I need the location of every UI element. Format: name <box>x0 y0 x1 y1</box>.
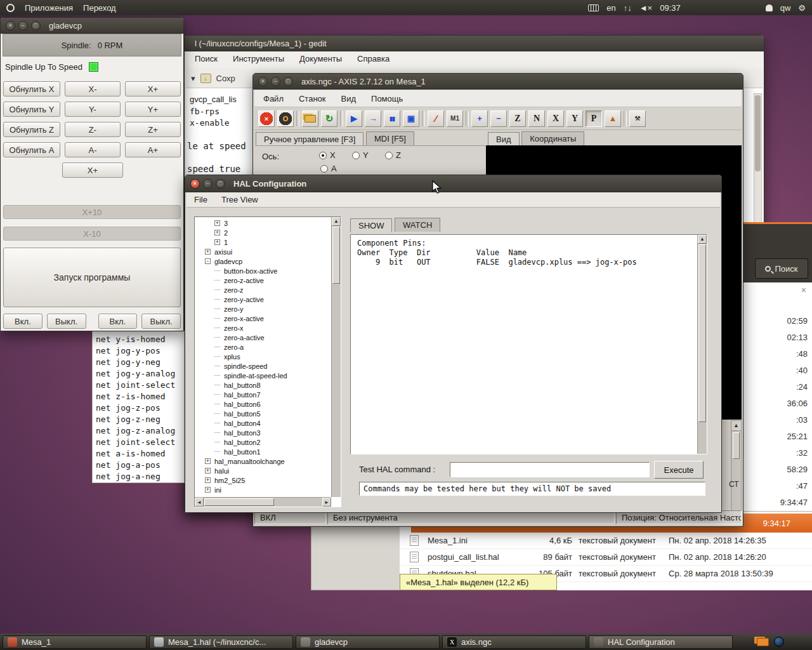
tree-expand-icon[interactable] <box>205 249 211 255</box>
tree-expand-icon[interactable] <box>214 270 220 271</box>
jog-x-minus-button[interactable]: X- <box>65 81 121 96</box>
jog-z-minus-button[interactable]: Z- <box>65 122 121 137</box>
maximize-button[interactable]: □ <box>216 179 225 189</box>
hal-tree-item[interactable]: xplus <box>195 352 331 361</box>
save-icon[interactable]: ↓ <box>200 74 211 83</box>
zero-z-button[interactable]: Обнулить Z <box>3 122 60 137</box>
tree-expand-icon[interactable] <box>205 468 211 474</box>
hal-tree-item[interactable]: halui <box>195 466 331 475</box>
pause-button[interactable]: ▮▮ <box>384 110 400 127</box>
view-z-button[interactable]: Z <box>509 110 526 127</box>
zoom-out-button[interactable]: − <box>490 110 507 127</box>
tree-expand-icon[interactable] <box>214 413 220 414</box>
hal-tree-item[interactable]: ini <box>195 485 331 494</box>
hal-show-output[interactable]: Component Pins:Owner Type Dir Value Name… <box>350 234 707 454</box>
off-button-2[interactable]: Выкл. <box>141 314 181 329</box>
jog-y-plus-button[interactable]: Y+ <box>125 102 181 117</box>
gedit-menu-documents[interactable]: Документы <box>298 53 343 65</box>
reload-file-button[interactable]: ↻ <box>321 110 337 127</box>
username[interactable]: qw <box>780 3 791 13</box>
tab-watch[interactable]: WATCH <box>395 218 440 232</box>
tree-expand-icon[interactable] <box>214 318 220 319</box>
view-z-rot-button[interactable]: N <box>528 110 545 127</box>
hal-tree-item[interactable]: zero-y-active <box>195 295 331 304</box>
maximize-button[interactable]: □ <box>284 77 293 86</box>
tree-expand-icon[interactable] <box>214 347 220 347</box>
tree-horizontal-scrollbar[interactable]: ◄ ► <box>195 497 331 507</box>
clear-plot-button[interactable]: ⚒ <box>629 110 646 127</box>
run-program-button[interactable]: ▶ <box>346 110 362 127</box>
tree-expand-icon[interactable] <box>214 337 220 338</box>
places-menu[interactable]: Переход <box>83 3 116 13</box>
file-row[interactable]: Mesa_1.ini 4,6 кБ текстовый документ Пн.… <box>400 533 812 549</box>
close-button[interactable]: × <box>6 21 15 30</box>
tree-expand-icon[interactable] <box>214 451 220 452</box>
tree-expand-icon[interactable] <box>214 280 220 281</box>
view-y-button[interactable]: Y <box>566 110 583 127</box>
hal-tree-item[interactable]: gladevcp <box>195 256 331 266</box>
skip-lines-toggle[interactable]: ∕ <box>428 110 444 127</box>
taskbar-gedit[interactable]: Mesa_1.hal (~/linuxcnc/c... <box>149 635 293 649</box>
keyboard-layout-indicator[interactable]: en <box>606 3 615 13</box>
close-icon[interactable]: × <box>801 285 806 295</box>
taskbar-halconfig[interactable]: HAL Configuration <box>589 635 733 649</box>
jog-increment-plus10[interactable]: X+10 <box>3 205 181 219</box>
taskbar-mesa1[interactable]: Mesa_1 <box>3 635 147 649</box>
axis-scrollbar[interactable]: ▲ <box>731 420 742 511</box>
radio-axis-y[interactable]: Y <box>352 150 369 160</box>
hal-file-text[interactable]: net y-is-homednet jog-y-posnet jog-y-neg… <box>92 331 185 483</box>
hal-tree-item[interactable]: zero-z-active <box>195 275 331 285</box>
scroll-left-icon[interactable]: ◄ <box>195 498 204 507</box>
tree-expand-icon[interactable] <box>205 477 211 483</box>
hal-tree-item[interactable]: zero-z <box>195 285 331 295</box>
ubuntu-logo-icon[interactable] <box>6 4 15 12</box>
tree-expand-icon[interactable] <box>214 230 220 235</box>
hal-tree-item[interactable]: hal_button3 <box>195 428 331 437</box>
hal-tree-item[interactable]: axisui <box>195 247 331 256</box>
hal-tree-item[interactable]: zero-x <box>195 323 331 333</box>
toolbar-separator[interactable] <box>340 111 343 126</box>
tree-expand-icon[interactable] <box>214 385 220 385</box>
hal-tree-item[interactable]: hal_button5 <box>195 409 331 418</box>
maximize-button[interactable]: □ <box>31 21 41 30</box>
chevron-down-icon[interactable]: ▾ <box>191 74 195 83</box>
hal-tree-item[interactable]: iocontrol <box>195 494 331 496</box>
tray-app-icon[interactable] <box>774 637 784 647</box>
axis-menu-view[interactable]: Вид <box>340 93 358 105</box>
save-button[interactable]: Сохр <box>216 74 235 83</box>
scroll-up-icon[interactable]: ▲ <box>731 421 741 431</box>
hal-titlebar[interactable]: × − □ HAL Configuration <box>185 175 721 192</box>
hal-tree-item[interactable]: hal_button6 <box>195 399 331 409</box>
tree-vertical-scrollbar[interactable]: ▲ <box>331 217 341 497</box>
hal-menu-treeview[interactable]: Tree View <box>220 194 259 206</box>
radio-axis-a[interactable]: A <box>320 164 337 173</box>
hal-tree-item[interactable]: 3 <box>195 218 331 228</box>
keyboard-icon[interactable] <box>588 4 599 11</box>
zero-x-button[interactable]: Обнулить X <box>3 81 60 96</box>
scroll-up-icon[interactable]: ▲ <box>698 235 707 244</box>
radio-axis-x[interactable]: X <box>319 150 336 160</box>
close-button[interactable]: × <box>190 179 200 189</box>
open-file-button[interactable] <box>302 110 318 127</box>
hal-tree-item[interactable]: hal_button1 <box>195 447 331 456</box>
rotate-view-button[interactable]: ▲ <box>605 110 621 127</box>
hal-tree-item[interactable]: hal_button4 <box>195 418 331 428</box>
jog-x-plus-button[interactable]: X+ <box>125 81 181 96</box>
jog-a-minus-button[interactable]: A- <box>65 142 121 157</box>
jog-increment-minus10[interactable]: X-10 <box>3 227 181 241</box>
tree-expand-icon[interactable] <box>214 394 220 395</box>
axis-titlebar[interactable]: × − □ axis.ngc - AXIS 2.7.12 on Mesa_1 <box>253 74 743 90</box>
tree-expand-icon[interactable] <box>214 289 220 290</box>
run-program-button[interactable]: Запуск программы <box>3 248 181 307</box>
gedit-titlebar[interactable]: l (~/linuxcnc/configs/Mesa_1) - gedit <box>185 36 764 51</box>
hal-tree-item[interactable]: 2 <box>195 228 331 237</box>
jog-y-minus-button[interactable]: Y- <box>65 102 121 117</box>
applications-menu[interactable]: Приложения <box>25 3 73 13</box>
hal-tree-item[interactable]: hal_button8 <box>195 380 331 390</box>
taskbar-gladevcp[interactable]: gladevcp <box>296 635 440 649</box>
hal-command-input[interactable] <box>450 462 650 477</box>
jog-a-plus-button[interactable]: A+ <box>125 142 181 157</box>
zero-a-button[interactable]: Обнулить A <box>3 142 60 157</box>
axis-menu-machine[interactable]: Станок <box>298 93 327 105</box>
tree-expand-icon[interactable] <box>214 442 220 442</box>
